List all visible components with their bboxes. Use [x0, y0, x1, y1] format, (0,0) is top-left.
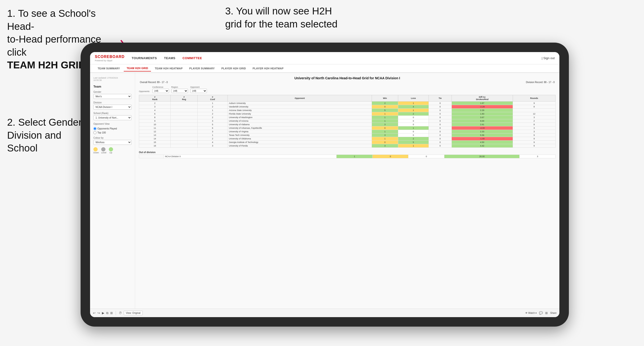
logo-scoreboard: SCOREBOARD [95, 55, 125, 59]
cell-diff: 1.67 [452, 102, 513, 105]
comment-icon[interactable]: 💬 [539, 311, 543, 315]
cell-tie: 0 [429, 116, 452, 119]
out-of-division-row: NCAA Division II 1 0 0 26.00 3 [139, 155, 556, 158]
cell-loss: 1 [398, 102, 428, 105]
share-button[interactable]: Share [550, 312, 556, 314]
cell-opponent: University of Arkansas, Fayetteville [228, 126, 372, 130]
grid-panel: University of North Carolina Head-to-Hea… [135, 73, 560, 309]
subnav-team-h2h-heatmap[interactable]: TEAM H2H HEATMAP [152, 66, 186, 71]
cell-tie: 0 [429, 130, 452, 134]
cell-opponent: Arizona State University [228, 109, 372, 112]
division-select[interactable]: NCAA Division I [94, 105, 132, 110]
colour-by-select[interactable]: Win/loss [94, 140, 132, 145]
cell-diff: 4.50 [452, 141, 513, 144]
out-of-div-name [139, 155, 164, 158]
filter-conf-group: Conference (All) [152, 86, 169, 93]
cell-diff: 9.00 [452, 119, 513, 123]
cell-conf: 6 [198, 126, 228, 130]
cell-rounds: 8 [513, 105, 556, 109]
table-row: 15 4 Georgia Institute of Technology 0 5… [139, 141, 556, 144]
cell-rounds: 12 [513, 112, 556, 116]
cell-diff: 2.61 [452, 123, 513, 126]
cell-reg [171, 105, 198, 109]
cell-reg [171, 144, 198, 148]
cell-loss: 0 [398, 123, 428, 126]
cell-conf: 2 [198, 105, 228, 109]
cell-tie: 0 [429, 123, 452, 126]
cell-reg [171, 141, 198, 144]
cell-rank: 14 [139, 137, 171, 141]
col-rank: #Rank [139, 95, 171, 102]
cell-win: 1 [372, 116, 398, 119]
subnav-team-h2h-grid[interactable]: TEAM H2H GRID [124, 65, 151, 71]
colour-up-group: Up [109, 147, 113, 154]
view-original-button[interactable]: View: Original [124, 311, 143, 315]
filter-opponent-select[interactable]: (All) [190, 89, 207, 93]
colour-down-group: Down [94, 147, 99, 154]
opponents-played-radio[interactable]: Opponents Played [94, 127, 132, 130]
table-header-row: #Rank #Reg #Conf Opponent Win Loss Tie D… [139, 95, 556, 102]
sign-out-link[interactable]: | Sign out [542, 56, 555, 60]
cell-loss: 0 [398, 116, 428, 119]
cell-reg [171, 112, 198, 116]
cell-win: 1 [372, 130, 398, 134]
layout-icon[interactable]: ⊞ [545, 311, 548, 315]
cell-diff: -4.33 [452, 126, 513, 130]
tablet-screen: SCOREBOARD Powered by clippd TOURNAMENTS… [90, 52, 560, 317]
subnav-player-h2h-grid[interactable]: PLAYER H2H GRID [218, 66, 249, 71]
cell-rounds: 8 [513, 123, 556, 126]
cell-conf: 5 [198, 123, 228, 126]
cell-conf: 2 [198, 112, 228, 116]
cell-tie: 0 [429, 102, 452, 105]
cell-rank: 15 [139, 141, 171, 144]
table-row: 6 2 Florida State University 1 2 0 1.83 … [139, 112, 556, 116]
paste-icon[interactable]: ⊞ [110, 311, 113, 315]
cell-rounds: 2 [513, 119, 556, 123]
cell-loss: 0 [398, 130, 428, 134]
school-label: School (Rank) [94, 112, 132, 115]
colour-level-dot [101, 147, 106, 152]
cell-loss: 0 [398, 119, 428, 123]
nav-teams[interactable]: TEAMS [164, 55, 176, 61]
table-row: 2 1 Auburn University 2 1 0 1.67 9 [139, 102, 556, 105]
cell-reg [171, 123, 198, 126]
toolbar-right: 👁 Watch ▾ 💬 ⊞ Share [525, 311, 556, 315]
copy-icon[interactable]: ⧉ [106, 311, 108, 315]
cell-rank: 13 [139, 134, 171, 137]
undo-icon[interactable]: ↩ [93, 311, 96, 315]
table-row: 10 5 University of Alabama 3 0 0 2.61 8 [139, 123, 556, 126]
filter-row: Opponents: Conference (All) Region (All) [139, 86, 556, 93]
redo-icon[interactable]: ↪ [98, 311, 100, 315]
subnav-player-h2h-heatmap[interactable]: PLAYER H2H HEATMAP [250, 66, 286, 71]
table-row: 12 3 University of Virginia 1 0 0 2.33 3 [139, 130, 556, 134]
out-of-div-tie: 0 [408, 155, 444, 158]
filter-region-group: Region (All) [171, 86, 188, 93]
out-of-div-win: 1 [336, 155, 372, 158]
filter-opponent-group: Opponent (All) [190, 86, 207, 93]
cell-opponent: Auburn University [228, 102, 372, 105]
nav-tournaments[interactable]: TOURNAMENTS [132, 55, 157, 61]
gender-select[interactable]: Men's [94, 94, 132, 99]
top100-radio[interactable]: Top 100 [94, 131, 132, 134]
forward-icon[interactable]: ▶ [102, 311, 104, 315]
filter-conf-select[interactable]: (All) [152, 89, 169, 93]
team-label: Team [94, 85, 132, 88]
cell-rank: 10 [139, 123, 171, 126]
filter-region-select[interactable]: (All) [171, 89, 188, 93]
cell-tie: 0 [429, 141, 452, 144]
cell-diff: -2.29 [452, 105, 513, 109]
subnav-team-summary[interactable]: TEAM SUMMARY [95, 66, 123, 71]
cell-rounds [513, 109, 556, 112]
cell-conf: 2 [198, 137, 228, 141]
tablet: SCOREBOARD Powered by clippd TOURNAMENTS… [80, 43, 569, 327]
watch-button[interactable]: 👁 Watch ▾ [525, 312, 537, 314]
cell-conf: 2 [198, 116, 228, 119]
school-select[interactable]: 1. University of Nort... [94, 115, 132, 120]
nav-committee[interactable]: COMMITTEE [182, 55, 202, 61]
subnav: TEAM SUMMARY TEAM H2H GRID TEAM H2H HEAT… [90, 64, 560, 73]
cell-tie: 0 [429, 144, 452, 148]
cell-win: 3 [372, 123, 398, 126]
clock-icon[interactable]: ⏱ [119, 311, 122, 315]
cell-tie: 0 [429, 105, 452, 109]
subnav-player-summary[interactable]: PLAYER SUMMARY [186, 66, 218, 71]
